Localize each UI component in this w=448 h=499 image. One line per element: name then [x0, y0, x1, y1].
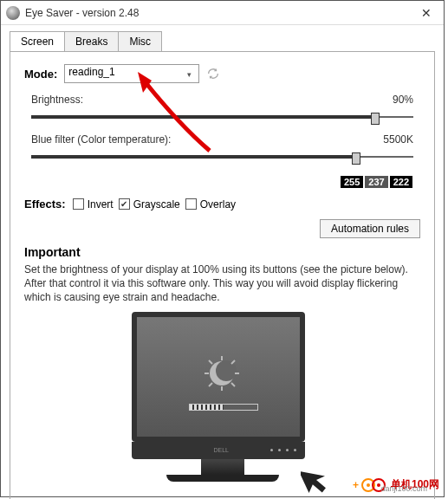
checkbox-box: [185, 198, 197, 210]
tab-screen[interactable]: Screen: [10, 31, 65, 52]
bluefilter-value: 5500K: [383, 133, 413, 146]
brightness-label: Brightness:: [31, 94, 83, 106]
slider-thumb[interactable]: [371, 113, 380, 125]
bluefilter-row: Blue filter (Color temperature): 5500K: [31, 133, 413, 165]
checkbox-label: Overlay: [200, 198, 236, 211]
app-window: Eye Saver - version 2.48 ✕ Screen Breaks…: [0, 0, 445, 497]
monitor-illustration: DELL: [132, 312, 314, 482]
svg-line-9: [231, 360, 235, 364]
mode-row: Mode: reading_1 ▾: [24, 64, 420, 83]
rgb-readout: 255237222: [31, 173, 413, 189]
bluefilter-label: Blue filter (Color temperature):: [31, 133, 171, 146]
important-text: Set the brightness of your display at 10…: [24, 262, 420, 305]
rgb-r-value: 255: [340, 175, 364, 189]
checkbox-label: Grayscale: [133, 198, 180, 211]
tab-breaks[interactable]: Breaks: [64, 31, 119, 52]
mode-label: Mode:: [24, 68, 57, 81]
effects-label: Effects:: [24, 198, 66, 211]
svg-line-8: [209, 383, 212, 386]
checkbox-overlay[interactable]: Overlay: [185, 198, 236, 211]
titlebar: Eye Saver - version 2.48 ✕: [1, 1, 444, 25]
brightness-slider[interactable]: [31, 111, 413, 125]
checkbox-grayscale[interactable]: ✔ Grayscale: [119, 198, 180, 211]
tab-panel-screen: Mode: reading_1 ▾ Brightness: 90% Blue f…: [10, 51, 435, 499]
automation-rules-button[interactable]: Automation rules: [320, 219, 420, 238]
svg-line-6: [209, 360, 212, 364]
checkbox-box: ✔: [119, 198, 130, 210]
close-button[interactable]: ✕: [414, 4, 438, 22]
slider-thumb[interactable]: [352, 152, 360, 165]
svg-line-7: [231, 383, 235, 386]
rgb-g-value: 237: [364, 175, 388, 189]
chevron-down-icon: ▾: [187, 70, 192, 79]
checkbox-invert[interactable]: Invert: [73, 198, 114, 211]
tab-misc[interactable]: Misc: [118, 31, 162, 52]
important-heading: Important: [24, 245, 420, 259]
window-title: Eye Saver - version 2.48: [25, 7, 414, 19]
mode-select-value: reading_1: [68, 66, 114, 78]
checkbox-label: Invert: [88, 198, 114, 211]
brightness-value: 90%: [393, 94, 413, 106]
osd-progress-icon: [189, 404, 258, 411]
rgb-b-value: 222: [389, 175, 413, 189]
effects-row: Effects: Invert ✔ Grayscale Overlay: [24, 198, 420, 211]
bluefilter-slider[interactable]: [31, 151, 413, 165]
checkbox-box: [73, 198, 84, 210]
refresh-icon[interactable]: [206, 67, 220, 81]
tab-bar: Screen Breaks Misc: [10, 31, 435, 52]
moon-icon: [205, 356, 239, 391]
brightness-row: Brightness: 90%: [31, 94, 413, 125]
app-icon: [6, 6, 20, 20]
mode-select[interactable]: reading_1 ▾: [64, 64, 199, 83]
svg-point-1: [216, 360, 237, 381]
